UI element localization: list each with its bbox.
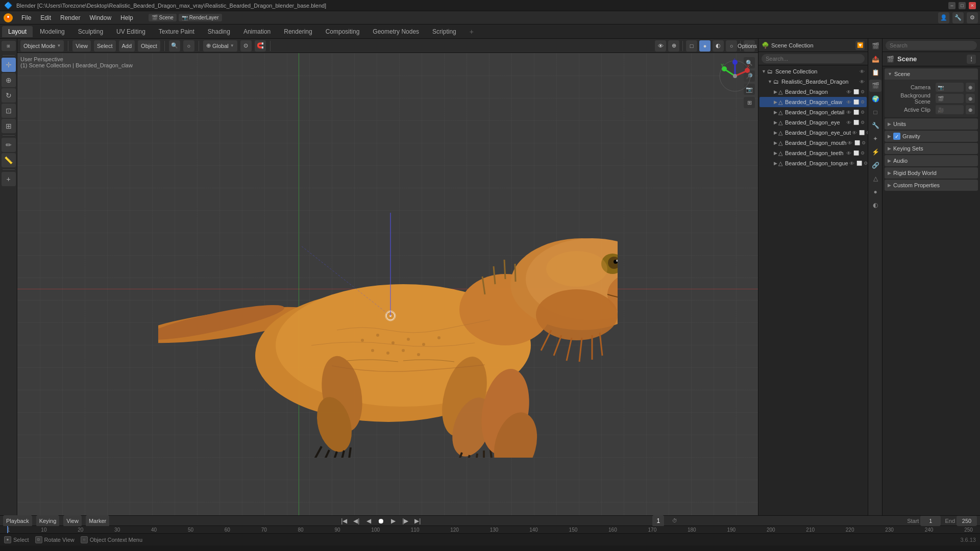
- outliner-eye-0[interactable]: 👁: [860, 79, 865, 85]
- shading-material[interactable]: ◐: [713, 40, 724, 52]
- tab-modeling[interactable]: Modeling: [34, 26, 71, 37]
- section-units-header[interactable]: ▶ Units: [885, 118, 978, 130]
- outliner-item-7[interactable]: ▶ △ Bearded_Dragon_teeth 👁 ⬜ ⚙: [760, 148, 867, 158]
- tool-transform[interactable]: ⊞: [2, 119, 16, 133]
- outliner-item-6[interactable]: ▶ △ Bearded_Dragon_mouth 👁 ⬜ ⚙: [760, 138, 867, 148]
- prop-tab-output[interactable]: 📤: [869, 53, 881, 65]
- object-menu[interactable]: Object: [138, 40, 160, 52]
- close-btn[interactable]: ✕: [969, 2, 976, 9]
- menu-file[interactable]: File: [17, 13, 35, 22]
- tool-rotate[interactable]: ↻: [2, 88, 16, 103]
- start-frame-input[interactable]: 1: [920, 516, 941, 526]
- tab-scripting[interactable]: Scripting: [426, 26, 462, 37]
- tab-add[interactable]: +: [463, 26, 480, 38]
- pivot-dropdown[interactable]: ⊙: [240, 40, 252, 52]
- tab-texture-paint[interactable]: Texture Paint: [153, 26, 201, 37]
- bg-scene-browse-btn[interactable]: ⊕: [966, 94, 975, 103]
- outliner-item-1[interactable]: ▶ △ Bearded_Dragon 👁 ⬜ ⚙: [760, 87, 867, 97]
- mode-select-icon[interactable]: ⊞: [2, 41, 16, 51]
- tool-add[interactable]: +: [2, 172, 16, 186]
- prop-tab-scene[interactable]: 🎬: [869, 80, 881, 92]
- viewport-grid[interactable]: ⊞: [744, 97, 755, 108]
- frame-speed-btn[interactable]: ⏱: [672, 518, 677, 523]
- outliner-eye-3[interactable]: 👁: [846, 110, 851, 115]
- menu-window[interactable]: Window: [85, 13, 115, 22]
- step-forward-btn[interactable]: |▶: [400, 516, 410, 526]
- active-clip-browse-btn[interactable]: ⊕: [966, 105, 975, 114]
- prop-tab-view-layer[interactable]: 📋: [869, 66, 881, 79]
- shading-render[interactable]: ○: [726, 40, 737, 52]
- viewport-gizmo[interactable]: X Y Z: [717, 58, 753, 94]
- scene-selector[interactable]: 🎬 Scene: [149, 14, 177, 21]
- header-icon1[interactable]: 👤: [938, 12, 949, 23]
- outliner-eye-2[interactable]: 👁: [846, 99, 851, 105]
- viewport-icon-proportional[interactable]: ○: [183, 40, 194, 52]
- prop-tab-shader[interactable]: ◐: [869, 199, 881, 211]
- tab-rendering[interactable]: Rendering: [278, 26, 318, 37]
- outliner-item-realistic-collection[interactable]: ▼ 🗂 Realistic_Bearded_Dragon 👁: [760, 77, 867, 87]
- tool-annotate[interactable]: ✏: [2, 138, 16, 152]
- gravity-checkbox[interactable]: ✓: [893, 133, 900, 140]
- tab-uv-editing[interactable]: UV Editing: [110, 26, 152, 37]
- menu-edit[interactable]: Edit: [36, 13, 55, 22]
- snap-btn[interactable]: 🧲: [255, 40, 266, 52]
- tool-scale[interactable]: ⊡: [2, 104, 16, 118]
- jump-end-btn[interactable]: ▶|: [412, 516, 423, 526]
- camera-value[interactable]: 📷: [936, 83, 964, 92]
- tab-sculpting[interactable]: Sculpting: [72, 26, 109, 37]
- section-audio-header[interactable]: ▶ Audio: [885, 155, 978, 166]
- tab-animation[interactable]: Animation: [237, 26, 277, 37]
- window-controls[interactable]: – □ ✕: [948, 2, 976, 9]
- marker-menu[interactable]: Marker: [86, 515, 109, 527]
- play-back-btn[interactable]: ◀: [363, 516, 374, 526]
- outliner-eye-5[interactable]: 👁: [852, 130, 857, 136]
- section-keying-sets-header[interactable]: ▶ Keying Sets: [885, 143, 978, 154]
- prop-tab-world[interactable]: 🌍: [869, 93, 881, 105]
- timeline-playhead[interactable]: [7, 526, 8, 533]
- outliner-item-3[interactable]: ▶ △ Bearded_Dragon_detail 👁 ⬜ ⚙: [760, 107, 867, 117]
- header-icon3[interactable]: ⚙: [967, 12, 978, 23]
- render-layer-selector[interactable]: 📷 RenderLayer: [179, 14, 222, 21]
- outliner-item-5[interactable]: ▶ △ Bearded_Dragon_eye_out 👁 ⬜ ⚙: [760, 128, 867, 138]
- tab-layout[interactable]: Layout: [2, 26, 33, 37]
- tab-compositing[interactable]: Compositing: [320, 26, 366, 37]
- view-menu-timeline[interactable]: View: [63, 515, 82, 527]
- shading-wire[interactable]: □: [686, 40, 697, 52]
- maximize-btn[interactable]: □: [959, 2, 966, 9]
- keying-menu[interactable]: Keying: [36, 515, 60, 527]
- transform-space-dropdown[interactable]: ⊕ Global ▼: [203, 40, 237, 52]
- stop-btn[interactable]: ⏺: [376, 516, 386, 526]
- end-frame-input[interactable]: 250: [957, 516, 977, 526]
- prop-tab-physics[interactable]: ⚡: [869, 146, 881, 158]
- prop-search-input[interactable]: [886, 41, 977, 50]
- tool-move[interactable]: ⊕: [2, 73, 16, 87]
- outliner-filter-btn[interactable]: 🔽: [855, 41, 865, 50]
- active-clip-value[interactable]: 🎥: [936, 105, 964, 114]
- prop-tab-render[interactable]: 🎬: [869, 40, 881, 52]
- prop-tab-particles[interactable]: ✦: [869, 133, 881, 145]
- menu-render[interactable]: Render: [56, 13, 84, 22]
- outliner-eye-scene[interactable]: 👁: [860, 69, 865, 74]
- timeline-ruler[interactable]: 1 10 20 30 40 50 60 70 80 90 100 110 120…: [0, 526, 980, 533]
- bg-scene-value[interactable]: 🎬: [936, 94, 964, 103]
- shading-solid[interactable]: ●: [699, 40, 710, 52]
- tool-measure[interactable]: 📏: [2, 153, 16, 167]
- section-custom-properties-header[interactable]: ▶ Custom Properties: [885, 180, 978, 191]
- outliner-eye-7[interactable]: 👁: [846, 151, 851, 156]
- section-scene-header[interactable]: ▼ Scene: [885, 68, 978, 80]
- prop-tab-object[interactable]: □: [869, 106, 881, 118]
- prop-scene-options[interactable]: ⋮: [967, 55, 976, 64]
- camera-browse-btn[interactable]: ⊕: [966, 83, 975, 92]
- outliner-eye-4[interactable]: 👁: [846, 120, 851, 126]
- frame-counter[interactable]: 1: [652, 515, 664, 527]
- step-back-btn[interactable]: ◀|: [351, 516, 361, 526]
- prop-tab-modifier[interactable]: 🔧: [869, 119, 881, 132]
- add-menu[interactable]: Add: [119, 40, 135, 52]
- outliner-item-4[interactable]: ▶ △ Bearded_Dragon_eye 👁 ⬜ ⚙: [760, 117, 867, 128]
- outliner-item-2[interactable]: ▶ △ Bearded_Dragon_claw 👁 ⬜ ⚙: [760, 97, 867, 107]
- jump-start-btn[interactable]: |◀: [339, 516, 349, 526]
- viewport-canvas[interactable]: User Perspective (1) Scene Collection | …: [17, 53, 758, 515]
- header-icon2[interactable]: 🔧: [952, 12, 964, 23]
- playback-menu[interactable]: Playback: [3, 515, 32, 527]
- play-btn[interactable]: ▶: [388, 516, 398, 526]
